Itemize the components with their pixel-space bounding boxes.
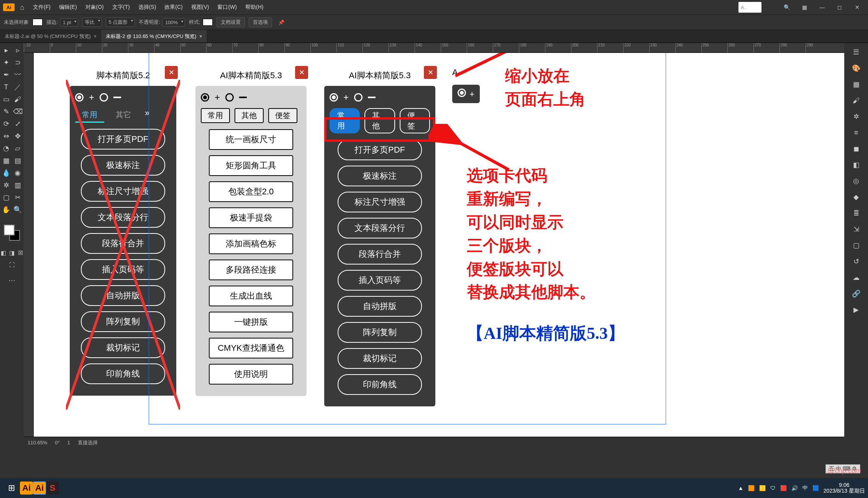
script-button[interactable]: 标注尺寸增强 [338,192,422,212]
properties-icon[interactable]: ☰ [851,47,861,58]
script-button[interactable]: 印前角线 [338,374,422,395]
edit-toolbar[interactable]: ⋯ [7,275,17,285]
tray-icon[interactable]: ▲ [738,485,743,491]
script-button[interactable]: 标注尺寸增强 [81,181,165,202]
rect-tool[interactable]: ▭ [1,94,11,104]
more-icon[interactable]: » [143,108,149,123]
doc-tab-2[interactable]: 未标题-2 @ 110.65 % (CMYK/CPU 预览)× [101,30,207,43]
taskbar-ai-2[interactable]: Ai [33,482,46,495]
script-button[interactable]: 文本段落分行 [338,218,422,238]
scale-tool[interactable]: ⤢ [13,119,23,129]
symbol-spray[interactable]: ✲ [1,180,11,190]
menu-help[interactable]: 帮助(H) [242,4,266,11]
tab-notes[interactable]: 便签 [268,108,297,123]
artboards-icon[interactable]: ▢ [851,240,861,251]
script-button[interactable]: 打开多页PDF [338,140,422,160]
script-button[interactable]: 添加画稿色标 [209,233,293,254]
tray-icon[interactable]: 🟧 [748,485,755,491]
tray-icon[interactable]: 🛡 [770,485,776,491]
script-button[interactable]: 自动拼版 [81,285,165,306]
menu-view[interactable]: 视图(V) [188,4,212,11]
shaper-tool[interactable]: ✎ [1,107,11,117]
pen-tool[interactable]: ✒ [1,70,11,80]
menu-select[interactable]: 选择(S) [135,4,159,11]
radio-off-icon[interactable] [354,93,363,102]
transparency-icon[interactable]: ◧ [851,159,861,170]
rotate-tool[interactable]: ⟳ [1,119,11,129]
doc-tab-1[interactable]: 未标题-2.ai @ 50 % (CMYK/CPU 预览)× [0,30,101,43]
system-tray[interactable]: ▲ 🟧 🟨 🛡 🟥 🔊 中 🟦 9:06 2023/8/13 星期日 [738,482,865,494]
close-button[interactable]: ✕ [295,66,308,79]
script-button[interactable]: 裁切标记 [338,348,422,369]
ime-indicator[interactable]: 中 [802,485,808,491]
window-maximize[interactable]: ◻ [832,2,847,13]
menu-object[interactable]: 对象(O) [82,4,107,11]
artboard-tool[interactable]: ▢ [1,192,11,202]
menu-window[interactable]: 窗口(W) [214,4,240,11]
search-icon[interactable]: 🔍 [779,2,794,13]
close-button[interactable]: ✕ [424,66,437,79]
direct-select-tool[interactable]: ▹ [13,45,23,55]
close-icon[interactable]: × [94,34,97,39]
stroke-weight[interactable]: 1 pt [60,18,79,26]
taskbar-app-s[interactable]: S [46,482,59,495]
script-button[interactable]: 阵列复制 [338,322,422,343]
tray-icon[interactable]: 🟨 [759,485,766,491]
menu-effect[interactable]: 效果(C) [161,4,185,11]
free-transform[interactable]: ✥ [13,131,23,141]
slice-tool[interactable]: ✂ [13,192,23,202]
width-tool[interactable]: ⇔ [1,131,11,141]
blend-tool[interactable]: ◉ [13,168,23,178]
shape-builder[interactable]: ◔ [1,143,11,153]
screen-mode[interactable]: ⛶ [7,260,16,269]
lasso-tool[interactable]: ⊃ [13,58,23,67]
swatches-icon[interactable]: ▦ [851,79,861,90]
script-button[interactable]: 裁切标记 [81,337,165,358]
graph-tool[interactable]: ▥ [13,180,23,190]
script-button[interactable]: 使用说明 [209,364,293,385]
script-button[interactable]: 印前角线 [81,363,165,384]
fill-stroke-swatch[interactable] [4,225,20,241]
radio-on-icon[interactable] [75,93,84,102]
start-icon[interactable]: ⊞ [3,480,20,496]
script-button[interactable]: 插入页码等 [338,270,422,291]
graphic-styles-icon[interactable]: ◆ [851,192,861,202]
asset-export-icon[interactable]: ⇲ [851,224,861,235]
history-icon[interactable]: ↺ [851,256,861,267]
tab-common[interactable]: 常用 [75,108,104,123]
script-button[interactable]: 包装盒型2.0 [209,181,293,202]
script-button[interactable]: 生成出血线 [209,286,293,306]
script-button[interactable]: CMYK查找潘通色 [209,338,293,358]
gradient-mode[interactable]: ◨ [8,248,15,258]
window-close[interactable]: ✕ [850,2,865,13]
style-swatch[interactable] [203,19,213,26]
links-icon[interactable]: 🔗 [851,288,861,299]
brush-preset[interactable]: 5 点圆形 [106,18,135,27]
menu-edit[interactable]: 编辑(E) [56,4,80,11]
tray-icon[interactable]: 🟥 [780,485,787,491]
script-button[interactable]: 插入页码等 [81,259,165,280]
tray-icon[interactable]: 🟦 [812,485,819,491]
menu-file[interactable]: 文件(F) [30,4,54,11]
selection-tool[interactable]: ▸ [1,45,11,55]
gradient-icon[interactable]: ◼ [851,143,861,154]
mesh-tool[interactable]: ▦ [1,156,11,166]
close-button[interactable]: ✕ [463,70,474,82]
eyedropper-tool[interactable]: 💧 [1,168,11,178]
rotation[interactable]: 0° [55,440,59,445]
curve-tool[interactable]: 〰 [13,70,23,80]
brush-tool[interactable]: 🖌 [13,94,23,104]
stroke-icon[interactable]: ≡ [851,127,861,138]
eraser-tool[interactable]: ⌫ [13,107,23,117]
taskbar-ai-1[interactable]: Ai [20,482,33,495]
script-button[interactable]: 段落行合并 [81,233,165,254]
artboard[interactable]: 脚本精简版5.2 ✕ + 常用 其它 » 打开多页PDF极速标注标注尺寸增强文本… [34,53,844,437]
scale-mode[interactable]: 等比 [82,18,102,27]
radio-on-icon[interactable] [330,93,338,102]
radio-on-icon[interactable] [201,93,209,102]
script-button[interactable]: 统一画板尺寸 [209,129,293,150]
libraries-icon[interactable]: ☁ [851,272,861,283]
artboard-nav[interactable]: 1 [67,440,70,445]
hand-tool[interactable]: ✋ [1,205,11,215]
tab-common[interactable]: 常用 [201,108,230,123]
